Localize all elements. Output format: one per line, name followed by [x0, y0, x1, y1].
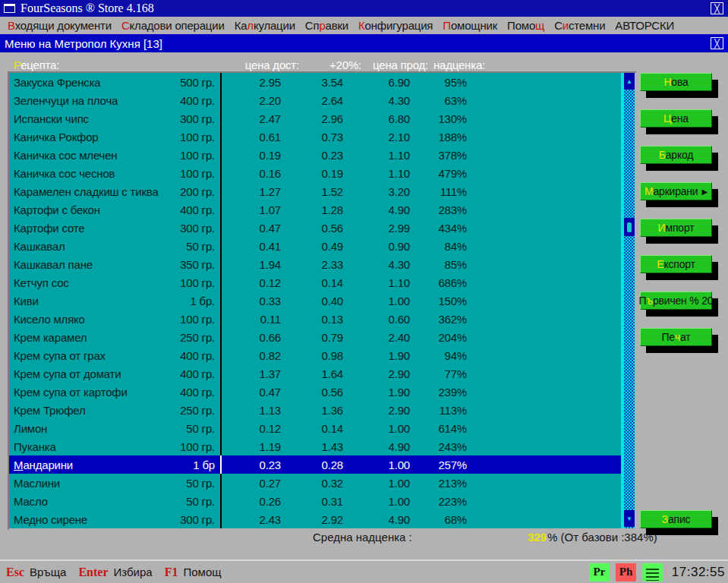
- menu-item-vhodyashti-dokumenti[interactable]: Входящи документи: [8, 19, 112, 32]
- column-divider: [215, 437, 222, 455]
- import-button[interactable]: Импорт: [640, 219, 712, 237]
- cell-plus20: 0.28: [281, 459, 343, 471]
- menu-item-pomoshtnik[interactable]: Помощник: [443, 19, 497, 32]
- cell-plus20: 0.14: [281, 276, 343, 289]
- cell-plus20: 2.96: [281, 112, 343, 125]
- submenu-arrow-icon: ▶: [702, 188, 708, 196]
- cell-cost: 0.47: [222, 386, 281, 399]
- cell-recipe-name: Зеленчуци на плоча: [9, 94, 165, 107]
- window-close-icon[interactable]: ╳: [711, 37, 723, 49]
- menu-item-spravki[interactable]: Справки: [305, 19, 348, 32]
- table-row[interactable]: Карамелен сладкиш с тиква200 гр.1.271.52…: [9, 182, 621, 200]
- cell-quantity: 300 гр.: [165, 222, 215, 235]
- cell-quantity: 400 гр.: [165, 386, 215, 399]
- cell-markup: 434%: [410, 222, 467, 235]
- table-row[interactable]: Каничка Рокфор100 гр.0.610.732.10188%: [9, 128, 621, 146]
- cell-plus20: 0.23: [281, 149, 343, 162]
- table-row[interactable]: Закуска Френска500 гр.2.953.546.9095%: [9, 73, 621, 91]
- table-row[interactable]: Кашкавал пане350 гр.1.942.334.3085%: [9, 255, 621, 273]
- cell-recipe-name: Кашкавал: [9, 240, 165, 253]
- cell-markup: 479%: [410, 167, 467, 180]
- cell-sell-price: 1.00: [343, 459, 410, 471]
- table-row[interactable]: Медно сирене300 гр.2.432.924.9068%: [9, 510, 621, 528]
- table-row[interactable]: Киви1 бр.0.330.401.00150%: [9, 292, 621, 310]
- table-row[interactable]: Маслини50 гр.0.270.321.00213%: [9, 474, 621, 492]
- cell-plus20: 0.56: [281, 386, 343, 399]
- table-row[interactable]: Крем карамел250 гр.0.660.792.40204%: [9, 328, 621, 346]
- table-row[interactable]: Крем Трюфел250 гр.1.131.362.90113%: [9, 401, 621, 419]
- table-row[interactable]: Картофи соте300 гр.0.470.562.99434%: [9, 219, 621, 237]
- table-row[interactable]: Каничка сос млечен100 гр.0.190.231.10378…: [9, 146, 621, 164]
- scroll-down-icon[interactable]: ▼: [624, 510, 635, 527]
- cell-plus20: 3.54: [281, 76, 343, 89]
- cell-quantity: 400 гр.: [165, 203, 215, 216]
- table-row[interactable]: Масло50 гр.0.260.311.00223%: [9, 492, 621, 510]
- menu-item-avtorski[interactable]: АВТОРСКИ: [615, 19, 674, 32]
- cell-cost: 0.12: [222, 276, 281, 289]
- cell-cost: 0.12: [222, 422, 281, 435]
- column-divider: [215, 492, 222, 510]
- cell-cost: 0.41: [222, 240, 281, 253]
- printer-indicator[interactable]: Pr: [589, 563, 610, 581]
- cell-sell-price: 1.00: [343, 422, 410, 435]
- cell-sell-price: 4.90: [343, 513, 410, 526]
- header-cost: цена дост:: [240, 58, 299, 71]
- cell-recipe-name: Каничка сос чеснов: [9, 167, 165, 180]
- table-row[interactable]: Каничка сос чеснов100 гр.0.160.191.10479…: [9, 164, 621, 182]
- parvichen-button[interactable]: Първичен % 20: [640, 292, 712, 310]
- cell-cost: 2.47: [222, 112, 281, 125]
- header-sell: цена прод:: [361, 58, 428, 71]
- vertical-scrollbar[interactable]: ▲ ▼: [624, 73, 635, 528]
- table-row[interactable]: Крем супа от картофи400 гр.0.470.561.902…: [9, 383, 621, 401]
- cell-sell-price: 1.90: [343, 386, 410, 399]
- table-row[interactable]: Картофи с бекон400 гр.1.071.284.90283%: [9, 200, 621, 219]
- cell-cost: 0.61: [222, 131, 281, 143]
- column-divider: [215, 219, 222, 237]
- cell-quantity: 400 гр.: [165, 94, 215, 107]
- cell-cost: 0.82: [222, 349, 281, 362]
- table-row[interactable]: Лимон50 гр.0.120.141.00614%: [9, 419, 621, 437]
- eksport-button[interactable]: Експорт: [640, 255, 712, 273]
- table-row[interactable]: Пуканка100 гр.1.191.434.90243%: [9, 437, 621, 455]
- cell-markup: 77%: [410, 367, 467, 380]
- table-row[interactable]: Крем супа от грах400 гр.0.820.981.9094%: [9, 346, 621, 364]
- column-divider: [215, 310, 222, 328]
- menu-item-pomosht[interactable]: Помощ: [507, 19, 544, 32]
- cell-markup: 84%: [410, 240, 467, 253]
- phone-indicator[interactable]: Ph: [616, 563, 636, 581]
- cell-quantity: 100 гр.: [165, 131, 215, 143]
- cell-markup: 95%: [410, 76, 467, 89]
- menu-item-konfiguracia[interactable]: Конфигурация: [358, 19, 433, 32]
- table-row[interactable]: Мандарини1 бр0.230.281.00257%: [9, 455, 621, 474]
- scrollbar-thumb[interactable]: [624, 218, 635, 236]
- table-row[interactable]: Кетчуп сос100 гр.0.120.141.10686%: [9, 273, 621, 292]
- cell-recipe-name: Лимон: [9, 422, 165, 435]
- cell-markup: 257%: [410, 459, 467, 471]
- barkod-button[interactable]: Баркод: [640, 146, 712, 164]
- cell-plus20: 0.19: [281, 167, 343, 180]
- list-icon[interactable]: [642, 563, 663, 581]
- cell-quantity: 250 гр.: [165, 331, 215, 344]
- menu-item-skladovi-operacii[interactable]: Складови операции: [121, 19, 225, 32]
- app-close-icon[interactable]: ╳: [711, 2, 723, 14]
- table-row[interactable]: Зеленчуци на плоча400 гр.2.202.644.3063%: [9, 91, 621, 109]
- menu-item-sistemni[interactable]: Системни: [554, 19, 605, 32]
- table-row[interactable]: Крем супа от домати400 гр.1.371.642.9077…: [9, 364, 621, 383]
- cell-markup: 213%: [410, 477, 467, 490]
- table-row[interactable]: Кисело мляко100 гр.0.110.130.60362%: [9, 310, 621, 328]
- markirani-button[interactable]: Маркирани▶: [640, 182, 712, 200]
- nova-button[interactable]: Нова: [640, 73, 712, 91]
- cell-quantity: 400 гр.: [165, 367, 215, 380]
- cell-recipe-name: Крем Трюфел: [9, 404, 165, 417]
- header-markup: надценка:: [428, 58, 485, 71]
- table-row[interactable]: Кашкавал50 гр.0.410.490.9084%: [9, 237, 621, 255]
- table-row[interactable]: Испански чипс300 гр.2.472.966.80130%: [9, 109, 621, 128]
- cell-sell-price: 4.30: [343, 258, 410, 271]
- scroll-up-icon[interactable]: ▲: [624, 73, 635, 90]
- cena-button[interactable]: Цена: [640, 109, 712, 128]
- zapis-button[interactable]: Запис: [640, 510, 712, 528]
- cell-cost: 0.27: [222, 477, 281, 490]
- menu-item-kalkulacii[interactable]: Калкулации: [235, 19, 295, 32]
- pechat-button[interactable]: Печат: [640, 328, 712, 346]
- cell-sell-price: 4.90: [343, 203, 410, 216]
